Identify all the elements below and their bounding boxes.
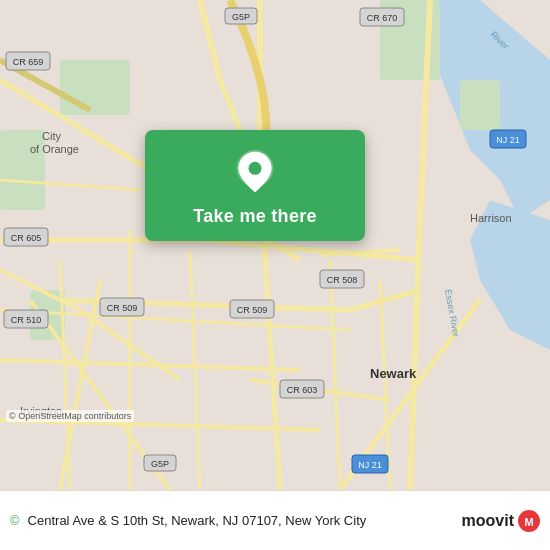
bottom-bar: © Central Ave & S 10th St, Newark, NJ 07… (0, 490, 550, 550)
svg-text:CR 603: CR 603 (287, 385, 318, 395)
svg-text:G5P: G5P (232, 12, 250, 22)
svg-rect-5 (460, 80, 500, 130)
svg-text:Newark: Newark (370, 366, 417, 381)
svg-text:CR 510: CR 510 (11, 315, 42, 325)
svg-text:CR 670: CR 670 (367, 13, 398, 23)
osm-logo: © (10, 513, 20, 528)
map-attribution: © OpenStreetMap contributors (6, 410, 134, 422)
map-container: CR 659 G5P CR 670 NJ 21 CR 605 CR 509 CR… (0, 0, 550, 490)
svg-text:CR 659: CR 659 (13, 57, 44, 67)
svg-text:G5P: G5P (151, 459, 169, 469)
svg-text:CR 509: CR 509 (237, 305, 268, 315)
svg-text:City: City (42, 130, 61, 142)
svg-text:M: M (524, 516, 533, 528)
moovit-icon: M (518, 510, 540, 532)
location-card: Take me there (145, 130, 365, 241)
moovit-brand-text: moovit (462, 512, 514, 530)
take-me-there-button[interactable]: Take me there (193, 206, 317, 227)
svg-point-69 (249, 162, 262, 175)
moovit-logo: moovit M (462, 510, 540, 532)
svg-text:of Orange: of Orange (30, 143, 79, 155)
svg-text:NJ 21: NJ 21 (496, 135, 520, 145)
svg-rect-3 (60, 60, 130, 115)
location-pin-icon (231, 148, 279, 196)
svg-rect-6 (0, 130, 45, 210)
svg-text:CR 605: CR 605 (11, 233, 42, 243)
svg-text:Harrison: Harrison (470, 212, 512, 224)
svg-text:CR 509: CR 509 (107, 303, 138, 313)
svg-text:NJ 21: NJ 21 (358, 460, 382, 470)
address-text: Central Ave & S 10th St, Newark, NJ 0710… (28, 513, 454, 528)
svg-text:CR 508: CR 508 (327, 275, 358, 285)
